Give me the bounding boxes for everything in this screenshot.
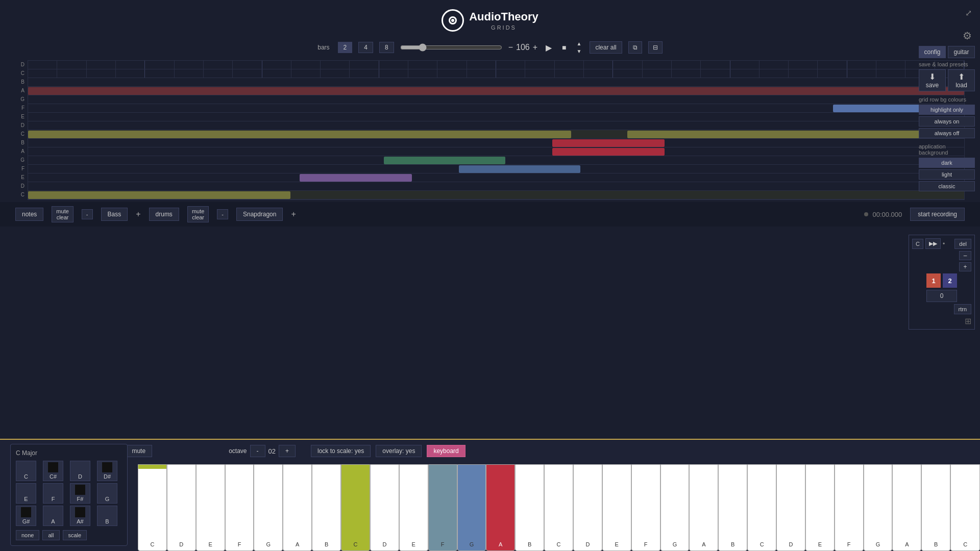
piano-key-g4[interactable]: G bbox=[864, 464, 893, 551]
always-on-option[interactable]: always on bbox=[919, 116, 975, 127]
expand-icon[interactable]: ⤢ bbox=[965, 8, 972, 18]
dark-option[interactable]: dark bbox=[919, 158, 975, 168]
piano-key-d2[interactable]: D bbox=[370, 464, 399, 551]
piano-key-e3[interactable]: E bbox=[602, 464, 631, 551]
bar-btn-8[interactable]: 8 bbox=[379, 42, 394, 53]
light-option[interactable]: light bbox=[919, 169, 975, 180]
piano-key-a4[interactable]: A bbox=[892, 464, 921, 551]
notes-plus-button[interactable]: + bbox=[136, 210, 140, 219]
playhead-slider[interactable] bbox=[400, 43, 502, 52]
piano-key-d3[interactable]: D bbox=[573, 464, 602, 551]
drums-plus-button[interactable]: + bbox=[291, 210, 296, 219]
scale-key-fs[interactable]: F# bbox=[70, 483, 90, 504]
mini-num-1[interactable]: 1 bbox=[926, 273, 941, 288]
piano-key-f1[interactable]: F bbox=[225, 464, 254, 551]
mini-num-2[interactable]: 2 bbox=[943, 273, 957, 288]
grid-row-b3[interactable] bbox=[28, 139, 964, 147]
mini-rtrn-button[interactable]: rtrn bbox=[954, 304, 972, 314]
stop-button[interactable]: ■ bbox=[560, 42, 568, 53]
guitar-mode-button[interactable]: guitar bbox=[948, 46, 975, 58]
grid-row-c3[interactable] bbox=[28, 191, 964, 199]
keyboard-button[interactable]: keyboard bbox=[427, 445, 465, 457]
piano-key-e2[interactable]: E bbox=[399, 464, 428, 551]
scale-key-g[interactable]: G bbox=[97, 483, 117, 504]
scale-filter-none[interactable]: none bbox=[16, 530, 39, 540]
grid-row-c4[interactable] bbox=[28, 130, 964, 139]
piano-key-c4[interactable]: C bbox=[747, 464, 776, 551]
mini-zero-button[interactable]: 0 bbox=[926, 290, 957, 302]
scale-key-d[interactable]: D bbox=[70, 461, 90, 481]
config-button[interactable]: config bbox=[919, 46, 946, 58]
octave-plus-button[interactable]: + bbox=[279, 445, 296, 457]
scale-key-f[interactable]: F bbox=[43, 483, 63, 504]
scale-key-cs[interactable]: C# bbox=[43, 461, 63, 481]
scale-key-a[interactable]: A bbox=[43, 506, 63, 526]
piano-key-g2[interactable]: G bbox=[457, 464, 486, 551]
piano-key-d4[interactable]: D bbox=[776, 464, 805, 551]
piano-key-f4[interactable]: F bbox=[835, 464, 864, 551]
bar-btn-4[interactable]: 4 bbox=[358, 42, 373, 53]
grid-row-a3[interactable] bbox=[28, 147, 964, 156]
highlight-only-option[interactable]: highlight only bbox=[919, 105, 975, 115]
piano-key-b3[interactable]: B bbox=[718, 464, 747, 551]
notes-mute-button[interactable]: muteclear bbox=[52, 206, 73, 222]
overlay-button[interactable]: overlay: yes bbox=[376, 445, 422, 457]
grid-icon[interactable]: ⊞ bbox=[965, 317, 971, 325]
piano-key-a1[interactable]: A bbox=[283, 464, 312, 551]
notes-track-button[interactable]: notes bbox=[15, 208, 43, 221]
paste-button[interactable]: ⊟ bbox=[648, 41, 663, 54]
grid-row-f3[interactable] bbox=[28, 165, 964, 173]
scale-key-as[interactable]: A# bbox=[70, 506, 90, 526]
mute-button[interactable]: mute bbox=[125, 445, 152, 457]
mini-plus-button[interactable]: + bbox=[959, 262, 971, 271]
piano-key-d1[interactable]: D bbox=[167, 464, 196, 551]
piano-key-f2[interactable]: F bbox=[428, 464, 457, 551]
grid-row-a4[interactable] bbox=[28, 87, 964, 95]
bar-btn-2[interactable]: 2 bbox=[338, 42, 353, 53]
drums-track-button[interactable]: drums bbox=[149, 208, 179, 221]
grid-row-g4[interactable] bbox=[28, 95, 964, 104]
load-button[interactable]: ⬆ load bbox=[948, 69, 975, 91]
clear-all-button[interactable]: clear all bbox=[590, 41, 622, 54]
notes-minus-button[interactable]: - bbox=[82, 209, 93, 219]
notes-name-button[interactable]: Bass bbox=[101, 208, 128, 221]
piano-key-b2[interactable]: B bbox=[515, 464, 544, 551]
mini-note-c[interactable]: C bbox=[912, 239, 923, 249]
drums-name-button[interactable]: Snapdragon bbox=[236, 208, 283, 221]
piano-key-a2[interactable]: A bbox=[486, 464, 515, 551]
mini-del-button[interactable]: del bbox=[954, 239, 971, 249]
piano-key-a3[interactable]: A bbox=[689, 464, 718, 551]
grid-row-f4[interactable] bbox=[28, 104, 964, 113]
arrow-down-button[interactable]: ▼ bbox=[575, 47, 584, 55]
classic-option[interactable]: classic bbox=[919, 181, 975, 191]
piano-key-c5[interactable]: C bbox=[950, 464, 980, 551]
grid-row-g3[interactable] bbox=[28, 156, 964, 165]
piano-key-c2[interactable]: C bbox=[341, 464, 370, 551]
record-button[interactable]: start recording bbox=[910, 208, 965, 221]
grid-row-d4[interactable] bbox=[28, 121, 964, 130]
grid-row-e3[interactable] bbox=[28, 173, 964, 182]
mini-minus-button[interactable]: – bbox=[959, 251, 971, 260]
piano-key-g3[interactable]: G bbox=[660, 464, 690, 551]
bpm-decrease[interactable]: − bbox=[508, 43, 513, 52]
drums-minus-button[interactable]: - bbox=[217, 209, 228, 219]
grid-row-d3[interactable] bbox=[28, 182, 964, 191]
piano-key-c1[interactable]: C bbox=[138, 464, 167, 551]
grid-row-b4[interactable] bbox=[28, 78, 964, 87]
lock-scale-button[interactable]: lock to scale: yes bbox=[311, 445, 371, 457]
scale-filter-scale[interactable]: scale bbox=[63, 530, 87, 540]
piano-key-b4[interactable]: B bbox=[921, 464, 950, 551]
grid-row-d5[interactable] bbox=[28, 61, 964, 69]
piano-key-c3[interactable]: C bbox=[544, 464, 573, 551]
grid-row-e4[interactable] bbox=[28, 113, 964, 121]
play-button[interactable]: ▶ bbox=[544, 42, 554, 54]
mini-arrow-right[interactable]: ▶▶ bbox=[925, 238, 941, 249]
grid-canvas[interactable] bbox=[28, 60, 965, 200]
piano-key-b1[interactable]: B bbox=[312, 464, 341, 551]
scale-key-ds[interactable]: D# bbox=[97, 461, 117, 481]
grid-row-c5[interactable] bbox=[28, 69, 964, 78]
scale-key-b[interactable]: B bbox=[97, 506, 117, 526]
save-button[interactable]: ⬇ save bbox=[919, 69, 946, 91]
always-off-option[interactable]: always off bbox=[919, 128, 975, 138]
scale-filter-all[interactable]: all bbox=[42, 530, 59, 540]
